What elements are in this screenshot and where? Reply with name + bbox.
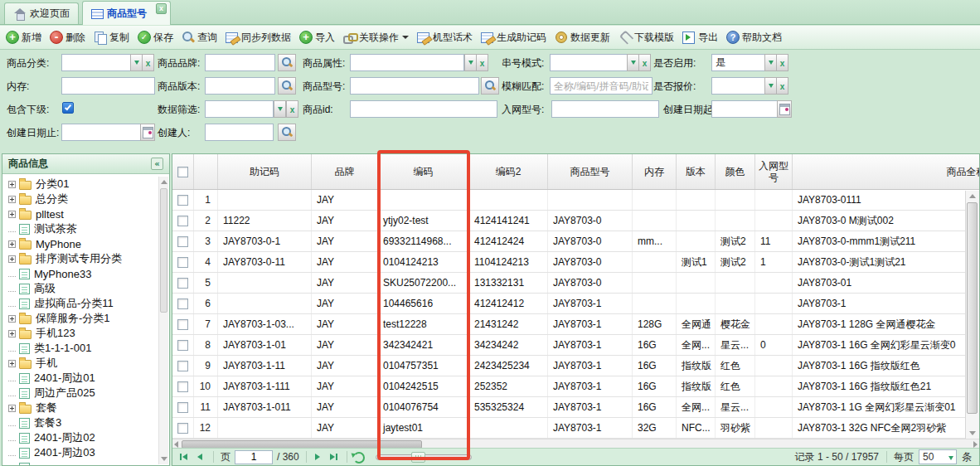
sidebar-scrollbar[interactable] bbox=[158, 177, 168, 464]
network-model-input[interactable] bbox=[551, 100, 659, 118]
expand-icon[interactable] bbox=[8, 374, 16, 381]
row-checkbox[interactable] bbox=[177, 402, 188, 413]
column-header-mnemonic[interactable]: 助记码 bbox=[218, 154, 312, 189]
expand-icon[interactable] bbox=[8, 360, 16, 367]
creator-search-button[interactable] bbox=[278, 124, 296, 141]
tree-item[interactable]: plltest bbox=[2, 206, 169, 221]
expand-icon[interactable] bbox=[8, 299, 16, 307]
toolbar-button[interactable]: 下载模版 bbox=[619, 31, 674, 45]
row-checkbox[interactable] bbox=[177, 340, 188, 351]
tree-item[interactable]: 2401-周边02 bbox=[2, 430, 169, 445]
tree-item[interactable]: 测试茶茶 bbox=[2, 221, 169, 236]
expand-icon[interactable] bbox=[8, 211, 16, 218]
column-header-network-model[interactable]: 入网型号 bbox=[755, 154, 793, 189]
expand-icon[interactable] bbox=[8, 449, 16, 456]
enabled-clear-button[interactable] bbox=[776, 54, 788, 71]
tree-item[interactable]: 分类01 bbox=[2, 177, 169, 192]
table-row[interactable]: 6 JAY 104465616 412412412 JAY8703-1 JAY8… bbox=[172, 294, 980, 314]
row-checkbox[interactable] bbox=[177, 278, 188, 289]
toolbar-button[interactable]: 导入 bbox=[299, 31, 335, 45]
row-checkbox[interactable] bbox=[177, 299, 188, 309]
toolbar-button[interactable]: 查询 bbox=[182, 31, 217, 45]
data-filter-dropdown-button[interactable] bbox=[274, 100, 286, 118]
table-row[interactable]: 10 JAY8703-1-111 JAY 0104242515 252352 J… bbox=[172, 376, 980, 397]
column-header-brand[interactable]: 品牌 bbox=[312, 154, 378, 189]
tree-item[interactable]: 高级 bbox=[2, 281, 169, 296]
scroll-up-icon[interactable] bbox=[161, 180, 167, 184]
tree-item[interactable] bbox=[2, 460, 169, 465]
toolbar-button[interactable]: 数据更新 bbox=[555, 31, 610, 45]
close-icon[interactable]: x bbox=[156, 3, 167, 14]
row-checkbox[interactable] bbox=[177, 319, 188, 330]
table-row[interactable]: 11 JAY8703-1-011 JAY 0104076754 53532532… bbox=[172, 397, 980, 418]
row-checkbox[interactable] bbox=[177, 381, 188, 392]
per-page-select[interactable]: 50 bbox=[919, 449, 957, 464]
row-checkbox[interactable] bbox=[177, 216, 188, 226]
select-all-checkbox[interactable] bbox=[177, 167, 188, 177]
product-id-input[interactable] bbox=[350, 100, 497, 118]
date-to-input[interactable] bbox=[61, 124, 141, 141]
enabled-combobox[interactable]: 是 bbox=[711, 54, 765, 71]
expand-icon[interactable] bbox=[8, 255, 16, 263]
scroll-right-icon[interactable] bbox=[973, 441, 978, 448]
table-row[interactable]: 7 JAY8703-1-03... JAY test12228 21431242… bbox=[172, 314, 980, 335]
fuzzy-match-input[interactable] bbox=[550, 77, 653, 95]
creator-input[interactable] bbox=[205, 124, 274, 141]
include-sub-checkbox[interactable] bbox=[62, 102, 74, 114]
tab-welcome[interactable]: 欢迎页面 bbox=[4, 2, 79, 24]
table-row[interactable]: 3 JAY8703-0-1 JAY 69332114968... 4124124… bbox=[172, 231, 980, 252]
row-checkbox[interactable] bbox=[177, 361, 188, 371]
table-row[interactable]: 5 JAY SKU25072200... 131332131 JAY8703-0… bbox=[172, 273, 980, 294]
expand-icon[interactable] bbox=[8, 464, 16, 466]
tab-product-model[interactable]: 商品型号 x bbox=[82, 1, 171, 25]
expand-icon[interactable] bbox=[8, 181, 16, 188]
model-input[interactable] bbox=[350, 77, 479, 95]
first-page-button[interactable] bbox=[177, 450, 191, 464]
collapse-panel-button[interactable] bbox=[151, 158, 163, 170]
column-header-color[interactable]: 颜色 bbox=[716, 154, 755, 189]
quote-combobox[interactable] bbox=[711, 77, 765, 95]
page-number-input[interactable] bbox=[235, 450, 273, 464]
row-checkbox[interactable] bbox=[177, 236, 188, 247]
toolbar-button[interactable]: 同步列数据 bbox=[226, 31, 291, 45]
column-header-code[interactable]: 编码 bbox=[378, 154, 469, 189]
category-combobox[interactable] bbox=[61, 54, 131, 71]
expand-icon[interactable] bbox=[8, 419, 16, 426]
expand-icon[interactable] bbox=[8, 269, 16, 277]
expand-icon[interactable] bbox=[8, 196, 16, 203]
version-input[interactable] bbox=[205, 77, 275, 95]
row-checkbox[interactable] bbox=[177, 257, 188, 268]
row-checkbox[interactable] bbox=[177, 195, 188, 206]
toolbar-button[interactable]: 新增 bbox=[6, 31, 41, 45]
serial-mode-dropdown-button[interactable] bbox=[627, 54, 639, 71]
brand-search-button[interactable] bbox=[278, 54, 296, 71]
expand-icon[interactable] bbox=[8, 330, 16, 337]
category-clear-button[interactable] bbox=[142, 54, 154, 71]
quote-dropdown-button[interactable] bbox=[764, 77, 777, 95]
table-row[interactable]: 9 JAY8703-1-11 JAY 0104757351 2423425234… bbox=[172, 356, 980, 376]
scrollbar-thumb[interactable] bbox=[967, 202, 978, 414]
date-from-picker-button[interactable] bbox=[777, 100, 792, 118]
refresh-button[interactable] bbox=[352, 450, 365, 464]
toolbar-button[interactable]: 删除 bbox=[50, 31, 85, 45]
tree-item[interactable]: 手机123 bbox=[2, 326, 169, 341]
date-to-picker-button[interactable] bbox=[140, 124, 155, 141]
tree-item[interactable]: 类1-1-1-001 bbox=[2, 341, 169, 356]
tree-item[interactable]: 套餐3 bbox=[2, 415, 169, 430]
expand-icon[interactable] bbox=[8, 405, 16, 412]
category-dropdown-button[interactable] bbox=[130, 54, 143, 71]
expand-icon[interactable] bbox=[8, 434, 16, 441]
enabled-dropdown-button[interactable] bbox=[764, 54, 777, 71]
tree-item[interactable]: 手机 bbox=[2, 356, 169, 371]
quote-clear-button[interactable] bbox=[776, 77, 788, 95]
column-header-full-name[interactable]: 商品全称 bbox=[793, 154, 980, 189]
column-header-memory[interactable]: 内存 bbox=[633, 154, 677, 189]
tree-item[interactable]: 2401-周边03 bbox=[2, 445, 169, 460]
date-from-input[interactable] bbox=[711, 100, 778, 118]
last-page-button[interactable] bbox=[327, 450, 340, 464]
column-header-version[interactable]: 版本 bbox=[677, 154, 716, 189]
grid-vertical-scrollbar[interactable] bbox=[965, 191, 979, 439]
serial-mode-clear-button[interactable] bbox=[638, 54, 651, 71]
data-filter-combobox[interactable] bbox=[205, 100, 274, 118]
expand-icon[interactable] bbox=[8, 344, 16, 352]
